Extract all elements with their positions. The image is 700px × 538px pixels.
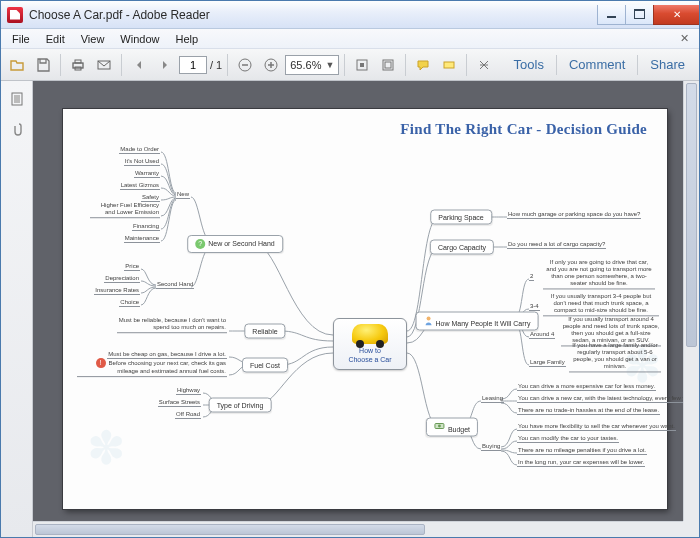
zoom-select[interactable]: 65.6%▼ — [285, 55, 339, 75]
titlebar: Choose A Car.pdf - Adobe Reader — [1, 1, 699, 29]
leaf-buying-1: You can modify the car to your tastes. — [517, 435, 619, 443]
leaf-sh-2: Insurance Rates — [94, 287, 140, 295]
leaf-new-3: Latest Gizmos — [120, 182, 160, 190]
leaf-drive-2: Off Road — [175, 411, 201, 419]
panel-comment[interactable]: Comment — [559, 51, 635, 78]
svg-rect-11 — [385, 62, 391, 68]
leaf-new-0: Made to Order — [119, 146, 160, 154]
question-icon: ? — [195, 239, 205, 249]
svg-rect-14 — [14, 95, 20, 103]
leaf-sh-1: Depreciation — [104, 275, 140, 283]
minimize-button[interactable] — [597, 5, 625, 25]
page-total: / 1 — [210, 59, 222, 71]
sidebar — [1, 81, 33, 537]
leaf-people-v1: If you usually transport 3-4 people but … — [543, 293, 659, 316]
leaf-people-k3: Large Family — [529, 359, 566, 367]
prev-page-icon[interactable] — [127, 53, 151, 77]
leaf-buying-2: There are no mileage penalties if you dr… — [517, 447, 647, 455]
menu-help[interactable]: Help — [168, 31, 205, 47]
close-button[interactable] — [653, 5, 699, 25]
toolbar: / 1 65.6%▼ Tools Comment Share — [1, 49, 699, 81]
leaf-new-2: Warranty — [134, 170, 160, 178]
leaf-new-4: Safety — [141, 194, 160, 202]
leaf-new-1: It's Not Used — [124, 158, 160, 166]
node-parking: Parking Space — [430, 210, 492, 225]
print-icon[interactable] — [66, 53, 90, 77]
person-icon — [424, 316, 434, 326]
scrollbar-vertical[interactable] — [683, 81, 699, 521]
leaf-leasing-2: There are no trade-in hassles at the end… — [517, 407, 660, 415]
money-icon — [434, 422, 446, 432]
menu-window[interactable]: Window — [113, 31, 166, 47]
fit-page-icon[interactable] — [376, 53, 400, 77]
thumbnails-icon[interactable] — [5, 87, 29, 111]
leaf-secondhand: Second Hand — [156, 281, 194, 289]
leaf-reliable-note: Must be reliable, because I don't want t… — [117, 317, 227, 333]
leaf-buying: Buying — [481, 443, 501, 451]
scrollbar-horizontal[interactable] — [33, 521, 683, 537]
mindmap-center: How to Choose a Car — [333, 318, 407, 370]
scrollbar-thumb-horizontal[interactable] — [35, 524, 425, 535]
node-type-driving: Type of Driving — [209, 398, 272, 413]
page-number-input[interactable] — [179, 56, 207, 74]
leaf-sh-3: Choice — [119, 299, 140, 307]
leaf-leasing-0: You can drive a more expensive car for l… — [517, 383, 656, 391]
leaf-new-5: Higher Fuel Efficiency and Lower Emissio… — [90, 202, 160, 218]
zoom-value: 65.6% — [290, 59, 321, 71]
maximize-button[interactable] — [625, 5, 653, 25]
pdf-page: ✽ ✽ Find The Right Car - Decision Guide — [63, 109, 667, 509]
svg-rect-12 — [444, 62, 454, 68]
email-icon[interactable] — [92, 53, 116, 77]
leaf-leasing: Leasing — [481, 395, 504, 403]
svg-point-17 — [438, 425, 441, 428]
leaf-cargo-q: Do you need a lot of cargo capacity? — [507, 241, 606, 249]
document-close-button[interactable]: ✕ — [674, 30, 695, 47]
attachments-icon[interactable] — [5, 117, 29, 141]
svg-rect-1 — [75, 60, 81, 63]
car-icon — [352, 324, 388, 344]
center-label-2: Choose a Car — [348, 356, 391, 364]
alert-icon: ! — [96, 358, 106, 368]
comment-bubble-icon[interactable] — [411, 53, 435, 77]
leaf-drive-0: Highway — [176, 387, 201, 395]
leaf-new-7: Maintenance — [124, 235, 160, 243]
next-page-icon[interactable] — [153, 53, 177, 77]
leaf-fuel-note2: !Before choosing your next car, check it… — [77, 358, 227, 377]
zoom-out-icon[interactable] — [233, 53, 257, 77]
leaf-buying-0: You have more flexibility to sell the ca… — [517, 423, 676, 431]
node-fuelcost: Fuel Cost — [242, 358, 288, 373]
save-copy-icon[interactable] — [350, 53, 374, 77]
leaf-people-k0: 2 — [529, 273, 534, 281]
leaf-buying-3: In the long run, your car expenses will … — [517, 459, 645, 467]
leaf-people-k2: Around 4 — [529, 331, 555, 339]
app-icon — [7, 7, 23, 23]
panel-tools[interactable]: Tools — [504, 51, 554, 78]
leaf-people-k1: 3-4 — [529, 303, 540, 311]
node-cargo: Cargo Capacity — [430, 240, 494, 255]
open-icon[interactable] — [5, 53, 29, 77]
menubar: File Edit View Window Help ✕ — [1, 29, 699, 49]
read-mode-icon[interactable] — [472, 53, 496, 77]
svg-point-15 — [427, 317, 431, 321]
scrollbar-thumb-vertical[interactable] — [686, 83, 697, 347]
leaf-parking-q: How much garage or parking space do you … — [507, 211, 641, 219]
save-icon[interactable] — [31, 53, 55, 77]
panel-share[interactable]: Share — [640, 51, 695, 78]
highlight-icon[interactable] — [437, 53, 461, 77]
scrollbar-corner — [683, 521, 699, 537]
window-title: Choose A Car.pdf - Adobe Reader — [29, 8, 210, 22]
leaf-new-6: Financing — [132, 223, 160, 231]
leaf-people-v0: If only you are going to drive that car,… — [543, 259, 655, 289]
node-new-or-second: ?New or Second Hand — [187, 235, 283, 253]
menu-file[interactable]: File — [5, 31, 37, 47]
menu-view[interactable]: View — [74, 31, 112, 47]
leaf-sh-0: Price — [124, 263, 140, 271]
node-budget: Budget — [426, 418, 478, 437]
document-viewer[interactable]: ✽ ✽ Find The Right Car - Decision Guide — [33, 81, 699, 537]
leaf-drive-1: Surface Streets — [158, 399, 201, 407]
leaf-leasing-1: You can drive a new car, with the latest… — [517, 395, 699, 403]
node-people: How Many People It Will Carry — [416, 312, 539, 331]
menu-edit[interactable]: Edit — [39, 31, 72, 47]
leaf-new: New — [176, 191, 190, 199]
zoom-in-icon[interactable] — [259, 53, 283, 77]
